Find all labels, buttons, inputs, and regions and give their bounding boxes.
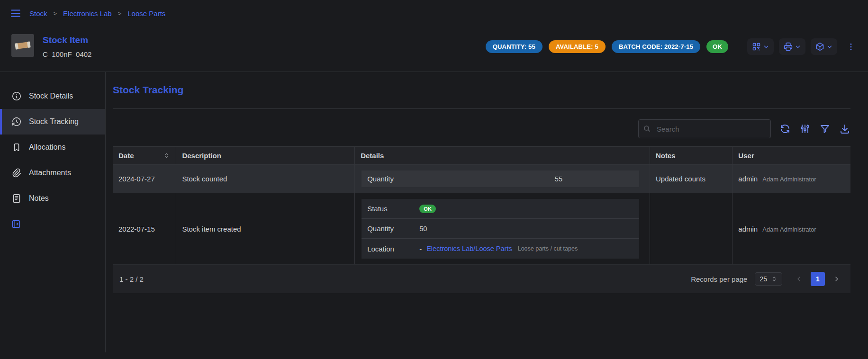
stock-operations-button[interactable] <box>811 38 837 55</box>
cell-notes: Updated counts <box>650 165 732 193</box>
cell-date: 2022-07-15 <box>113 193 176 265</box>
main-panel: Stock Tracking <box>106 72 868 352</box>
detail-row-location: Location - Electronics Lab/Loose Parts L… <box>362 239 639 259</box>
detail-subtable: Status OK Quantity 50 Location - <box>362 199 639 259</box>
breadcrumb-separator: > <box>54 10 57 17</box>
hamburger-menu-icon[interactable] <box>9 7 22 19</box>
search-box <box>638 119 771 138</box>
bookmark-icon <box>11 142 22 153</box>
chevron-down-icon <box>795 44 801 50</box>
quantity-badge: QUANTITY: 55 <box>486 40 542 53</box>
detail-row-status: Status OK <box>362 199 639 219</box>
detail-label: Quantity <box>367 224 419 233</box>
table-row: 2024-07-27 Stock counted Quantity 55 Upd… <box>113 165 850 193</box>
breadcrumb-loose-parts[interactable]: Loose Parts <box>127 9 165 18</box>
column-header-details: Details <box>355 147 650 165</box>
detail-label: Quantity <box>367 175 419 183</box>
records-per-page-label: Records per page <box>691 275 747 283</box>
search-input[interactable] <box>638 119 771 138</box>
print-actions-button[interactable] <box>779 38 805 55</box>
cell-description: Stock item created <box>176 193 355 265</box>
info-circle-icon <box>11 91 22 101</box>
cell-user: admin Adam Administrator <box>732 193 850 265</box>
location-link[interactable]: Electronics Lab/Loose Parts <box>426 245 512 252</box>
qrcode-icon <box>751 42 761 52</box>
detail-row-quantity: Quantity 50 <box>362 219 639 239</box>
detail-row: Quantity 55 <box>362 171 639 187</box>
location-dash: - <box>419 245 422 253</box>
chevron-down-icon <box>763 44 769 50</box>
page-number-button[interactable]: 1 <box>811 272 825 286</box>
filter-icon[interactable] <box>819 123 831 135</box>
cell-notes <box>650 193 732 265</box>
available-badge: AVAILABLE: 5 <box>549 40 606 53</box>
table-toolbar <box>113 119 850 138</box>
sidebar-item-label: Stock Details <box>29 92 73 100</box>
chevron-down-icon <box>826 44 833 50</box>
header-right: QUANTITY: 55 AVAILABLE: 5 BATCH CODE: 20… <box>486 38 856 55</box>
pager: 1 <box>792 272 844 286</box>
column-header-notes: Notes <box>650 147 732 165</box>
page-size-select[interactable]: 25 <box>755 272 782 286</box>
notes-icon <box>11 193 22 204</box>
column-label: Date <box>118 152 134 160</box>
table-row: 2022-07-15 Stock item created Status OK … <box>113 193 850 265</box>
breadcrumb-stock[interactable]: Stock <box>29 9 47 18</box>
cell-description: Stock counted <box>176 165 355 193</box>
column-header-user: User <box>732 147 850 165</box>
record-range: 1 - 2 / 2 <box>119 275 144 283</box>
table-columns-adjustments-icon[interactable] <box>799 123 811 135</box>
user-full-name: Adam Administrator <box>762 176 816 183</box>
status-ok-badge: OK <box>706 40 728 53</box>
selector-icon <box>771 276 778 282</box>
search-icon <box>643 125 651 133</box>
table-footer: 1 - 2 / 2 Records per page 25 1 <box>113 265 850 293</box>
next-page-icon[interactable] <box>830 272 844 286</box>
breadcrumb-separator: > <box>118 10 122 17</box>
user-full-name: Adam Administrator <box>762 226 816 233</box>
status-ok-badge: OK <box>419 205 436 213</box>
sidebar-item-label: Stock Tracking <box>29 117 79 126</box>
cell-details: Status OK Quantity 50 Location - <box>355 193 650 265</box>
sidebar: Stock Details Stock Tracking Allocations… <box>0 72 106 352</box>
sidebar-item-label: Allocations <box>29 143 65 152</box>
pagination-controls: Records per page 25 1 <box>691 272 844 286</box>
column-header-description: Description <box>176 147 355 165</box>
username: admin <box>738 225 758 233</box>
barcode-actions-button[interactable] <box>747 38 774 55</box>
previous-page-icon[interactable] <box>792 272 806 286</box>
sidebar-item-label: Attachments <box>29 169 71 177</box>
title-block: Stock Item C_100nF_0402 <box>43 34 91 58</box>
batch-code-badge: BATCH CODE: 2022-7-15 <box>612 40 700 53</box>
sidebar-item-allocations[interactable]: Allocations <box>0 135 105 160</box>
detail-value: 50 <box>419 225 427 233</box>
username: admin <box>738 175 758 183</box>
heading-divider <box>113 108 850 109</box>
printer-icon <box>783 42 793 52</box>
sidebar-item-attachments[interactable]: Attachments <box>0 160 105 186</box>
refresh-icon[interactable] <box>779 123 791 135</box>
sidebar-item-notes[interactable]: Notes <box>0 186 105 211</box>
detail-value: 55 <box>555 175 633 183</box>
more-actions-menu-icon[interactable] <box>846 42 856 52</box>
part-name: C_100nF_0402 <box>43 50 91 58</box>
header-action-buttons <box>747 38 856 55</box>
sidebar-item-stock-details[interactable]: Stock Details <box>0 83 105 109</box>
detail-label: Status <box>367 205 419 213</box>
history-icon <box>11 117 22 127</box>
page-size-value: 25 <box>760 275 767 283</box>
cell-details: Quantity 55 <box>355 165 650 193</box>
table-header-row: Date Description Details Notes User <box>113 147 850 165</box>
location-description: Loose parts / cut tapes <box>518 245 578 252</box>
sidebar-item-stock-tracking[interactable]: Stock Tracking <box>0 109 105 135</box>
download-icon[interactable] <box>839 123 850 135</box>
breadcrumb-electronics-lab[interactable]: Electronics Lab <box>63 9 112 18</box>
paperclip-icon <box>11 168 22 178</box>
stock-item-header: Stock Item C_100nF_0402 QUANTITY: 55 AVA… <box>0 27 868 72</box>
content: Stock Details Stock Tracking Allocations… <box>0 72 868 352</box>
part-thumbnail[interactable] <box>11 34 34 57</box>
sidebar-collapse-icon[interactable] <box>11 219 21 229</box>
column-header-date[interactable]: Date <box>113 147 176 165</box>
section-heading: Stock Tracking <box>113 84 850 96</box>
sort-icon <box>163 152 170 159</box>
